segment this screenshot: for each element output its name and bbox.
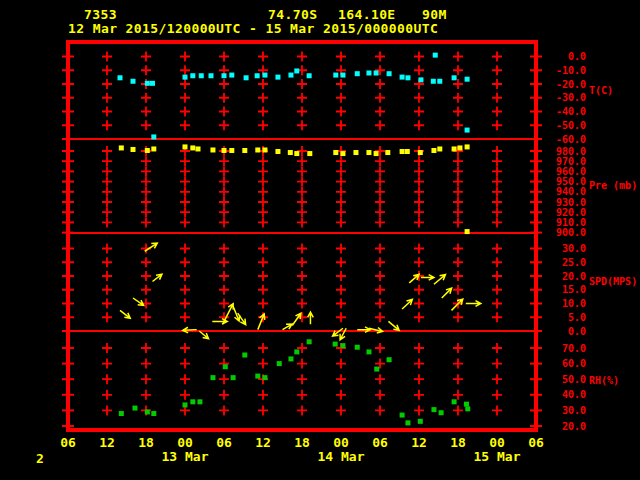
grid-cross [336, 187, 346, 197]
data-point-pressure [210, 147, 215, 152]
grid-cross [102, 285, 112, 295]
x-tick-label: 00 [489, 435, 505, 450]
grid-cross [336, 359, 346, 369]
grid-cross [375, 207, 385, 217]
data-point-pressure [400, 149, 405, 154]
grid-cross [297, 166, 307, 176]
y-tick-label: 10.0 [562, 298, 586, 309]
grid-cross [414, 177, 424, 187]
data-point-humidity [387, 357, 392, 362]
grid-cross [492, 257, 502, 267]
grid-cross [141, 156, 151, 166]
grid-cross [180, 271, 190, 281]
grid-cross [414, 244, 424, 254]
grid-cross [375, 312, 385, 322]
data-point-temperature [262, 73, 267, 78]
data-point-temperature [244, 75, 249, 80]
grid-cross [102, 257, 112, 267]
data-point-temperature [340, 73, 345, 78]
data-point-humidity [262, 375, 267, 380]
data-point-temperature [131, 79, 136, 84]
grid-cross [141, 374, 151, 384]
grid-cross [492, 405, 502, 415]
grid-cross [258, 107, 268, 117]
wind-arrow [183, 327, 197, 333]
panel-axis-label: SPD(MPS) [589, 276, 637, 287]
y-tick-label: -10.0 [556, 65, 586, 76]
grid-cross [180, 257, 190, 267]
wind-arrow [442, 288, 452, 298]
grid-cross [297, 374, 307, 384]
grid-cross [375, 217, 385, 227]
x-tick-label: 06 [60, 435, 76, 450]
grid-cross [219, 217, 229, 227]
data-point-temperature [355, 71, 360, 76]
grid-cross [414, 374, 424, 384]
grid-cross [219, 390, 229, 400]
wind-arrow [199, 331, 208, 339]
y-tick-label: 30.0 [562, 243, 586, 254]
grid-cross [180, 79, 190, 89]
grid-cross [102, 271, 112, 281]
date-label: 13 Mar [162, 449, 209, 464]
grid-cross [297, 79, 307, 89]
y-tick-label: -20.0 [556, 79, 586, 90]
y-tick-label: 30.0 [562, 405, 586, 416]
grid-cross [141, 390, 151, 400]
grid-cross [375, 166, 385, 176]
wind-arrow [388, 321, 399, 330]
grid-cross [180, 197, 190, 207]
grid-cross [297, 197, 307, 207]
grid-cross [219, 79, 229, 89]
y-tick-label: 50.0 [562, 374, 586, 385]
grid-cross [180, 93, 190, 103]
data-point-pressure [275, 149, 280, 154]
grid-cross [453, 374, 463, 384]
data-point-temperature [151, 134, 156, 139]
grid-cross [141, 257, 151, 267]
grid-cross [180, 343, 190, 353]
wind-arrow [452, 299, 463, 310]
data-point-humidity [452, 399, 457, 404]
grid-cross [297, 177, 307, 187]
data-point-humidity [151, 411, 156, 416]
grid-cross [336, 257, 346, 267]
wind-arrow [466, 301, 481, 307]
data-point-temperature [366, 71, 371, 76]
grid-cross [297, 285, 307, 295]
grid-cross [492, 177, 502, 187]
grid-cross [258, 197, 268, 207]
grid-cross [141, 93, 151, 103]
data-point-pressure [307, 151, 312, 156]
grid-cross [141, 285, 151, 295]
grid-cross [180, 299, 190, 309]
data-point-humidity [197, 399, 202, 404]
grid-cross [336, 285, 346, 295]
y-tick-label: -50.0 [556, 120, 586, 131]
y-tick-label: 20.0 [562, 421, 586, 432]
grid-cross [102, 359, 112, 369]
y-tick-label: 25.0 [562, 257, 586, 268]
grid-cross [102, 156, 112, 166]
data-point-temperature [222, 73, 227, 78]
y-tick-label: 900.0 [556, 227, 586, 238]
panel-axis-label: T(C) [589, 85, 613, 96]
grid-cross [219, 299, 229, 309]
data-point-humidity [400, 413, 405, 418]
grid-cross [492, 374, 502, 384]
grid-cross [141, 312, 151, 322]
grid-cross [375, 93, 385, 103]
data-point-humidity [307, 339, 312, 344]
grid-cross [375, 374, 385, 384]
data-point-humidity [431, 407, 436, 412]
grid-cross [453, 285, 463, 295]
grid-cross [336, 374, 346, 384]
grid-cross [102, 207, 112, 217]
x-tick-label: 06 [528, 435, 544, 450]
data-point-temperature [275, 75, 280, 80]
data-point-humidity [464, 402, 469, 407]
grid-cross [414, 93, 424, 103]
grid-cross [336, 217, 346, 227]
grid-cross [453, 65, 463, 75]
grid-cross [453, 177, 463, 187]
